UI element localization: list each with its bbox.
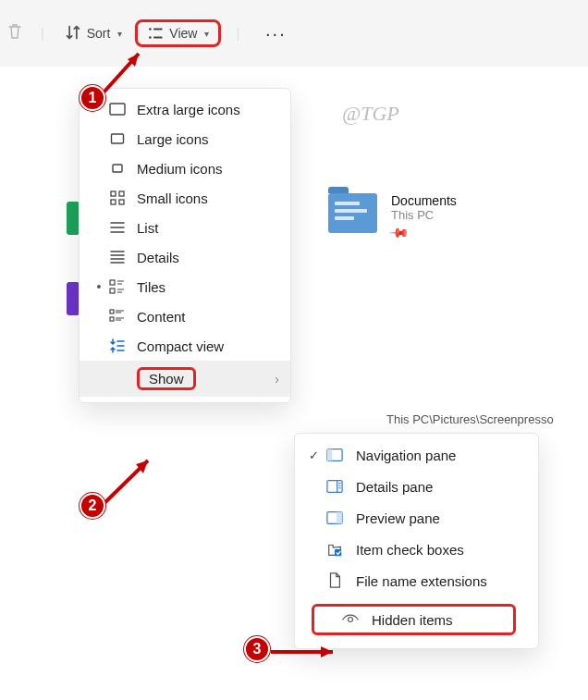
documents-tile[interactable]: Documents This PC 📌 [328,193,457,239]
toolbar: | Sort ▾ View ▾ | ··· [0,0,588,67]
chevron-down-icon: ▾ [204,29,209,39]
submenu-label: Navigation pane [356,448,456,463]
menu-label: Medium icons [137,161,223,177]
submenu-label: Preview pane [356,510,440,526]
svg-rect-6 [119,191,124,196]
tiles-icon [107,278,128,295]
annotation-badge-2: 2 [80,493,105,519]
svg-rect-12 [110,317,114,321]
documents-subtitle: This PC [391,208,457,222]
documents-folder-icon [328,193,377,233]
menu-item-extra-large-icons[interactable]: Extra large icons [80,94,290,124]
view-label: View [169,26,197,41]
menu-label: Details [137,250,179,265]
view-icon [147,25,164,42]
path-text: This PC\Pictures\Screenpresso [386,412,554,426]
view-button[interactable]: View ▾ [135,19,221,47]
menu-label: Tiles [137,279,165,295]
details-pane-icon [323,478,347,495]
menu-label: Compact view [137,338,224,354]
svg-rect-10 [110,289,115,293]
svg-rect-9 [110,280,115,285]
svg-rect-8 [119,200,124,204]
documents-text: Documents This PC 📌 [391,193,457,239]
submenu-label: Hidden items [372,612,453,628]
menu-label: Show [137,367,196,390]
menu-label: Small icons [137,190,208,206]
extra-large-icon [107,101,128,117]
navigation-pane-icon [323,447,347,463]
view-menu: Extra large icons Large icons Medium ico… [79,88,291,403]
submenu-label: Item check boxes [356,542,464,558]
menu-item-details[interactable]: Details [80,242,290,272]
annotation-arrow-3 [263,643,347,661]
menu-label: Extra large icons [137,102,240,117]
content-icon [107,308,128,325]
svg-point-0 [149,28,152,31]
menu-label: List [137,220,158,236]
more-button[interactable]: ··· [254,23,298,44]
submenu-item-file-extensions[interactable]: File name extensions [295,565,538,596]
eye-icon [338,611,362,628]
menu-item-compact-view[interactable]: Compact view [80,331,290,361]
submenu-item-details-pane[interactable]: Details pane [295,471,538,502]
menu-item-show[interactable]: Show › [80,361,290,397]
small-icon [107,190,128,206]
svg-rect-17 [337,512,342,524]
svg-marker-22 [321,646,333,657]
chevron-right-icon: › [275,372,279,387]
delete-icon[interactable] [4,23,30,44]
chevron-down-icon: ▾ [117,29,122,39]
svg-rect-5 [111,191,116,196]
list-icon [107,219,128,236]
sort-icon [65,24,81,43]
svg-point-1 [149,36,152,39]
submenu-item-preview-pane[interactable]: Preview pane [295,502,538,534]
menu-item-list[interactable]: List [80,213,290,242]
menu-item-content[interactable]: Content [80,301,290,331]
folder-chip [67,202,80,235]
watermark: @TGP [342,102,399,126]
bullet-icon: • [92,279,105,294]
svg-rect-3 [112,134,124,143]
preview-pane-icon [323,510,347,526]
menu-item-medium-icons[interactable]: Medium icons [80,154,290,183]
separator: | [225,26,251,41]
show-submenu: ✓ Navigation pane Details pane Preview p… [294,433,539,649]
submenu-item-item-checkboxes[interactable]: Item check boxes [295,534,538,565]
svg-rect-2 [110,104,125,115]
submenu-label: File name extensions [356,573,487,589]
annotation-badge-3: 3 [244,636,270,662]
medium-icon [107,160,128,177]
sort-label: Sort [87,26,111,41]
submenu-item-hidden-items[interactable]: Hidden items [302,596,531,643]
menu-item-small-icons[interactable]: Small icons [80,183,290,213]
separator: | [33,26,52,41]
submenu-item-navigation-pane[interactable]: ✓ Navigation pane [295,439,538,471]
menu-item-tiles[interactable]: • Tiles [80,272,290,301]
check-icon: ✓ [304,448,323,462]
menu-label: Content [137,309,186,325]
menu-label: Large icons [137,131,209,147]
submenu-label: Details pane [356,479,433,495]
documents-title: Documents [391,193,457,208]
details-icon [107,249,128,265]
svg-rect-11 [110,310,114,313]
menu-item-large-icons[interactable]: Large icons [80,124,290,154]
svg-rect-7 [111,200,116,204]
compact-icon [107,338,128,354]
svg-point-19 [349,618,353,622]
svg-rect-14 [327,449,332,461]
file-icon [323,572,347,589]
check-boxes-icon [323,541,347,558]
svg-rect-15 [327,481,342,493]
folder-chip [67,282,80,315]
large-icon [107,130,128,147]
pin-icon: 📌 [388,221,410,242]
sort-button[interactable]: Sort ▾ [55,18,132,49]
annotation-badge-1: 1 [80,85,105,111]
svg-rect-4 [113,165,122,172]
